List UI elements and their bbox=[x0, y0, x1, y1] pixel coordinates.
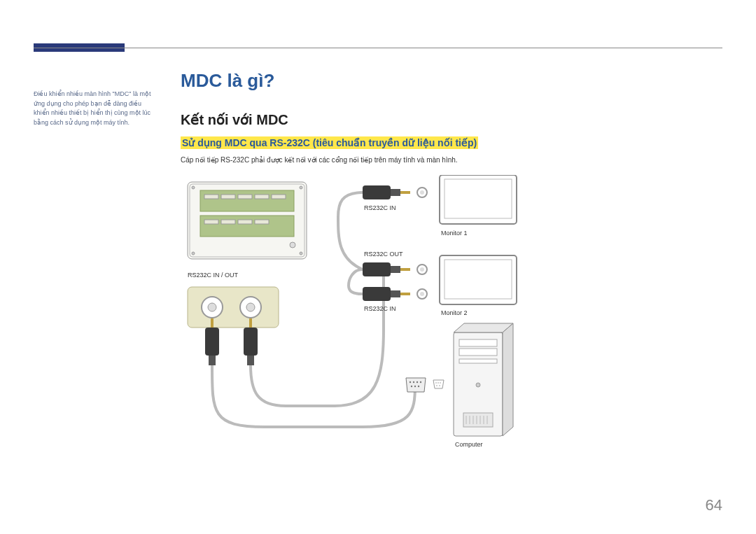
svg-rect-6 bbox=[238, 195, 252, 199]
svg-rect-12 bbox=[255, 220, 269, 224]
svg-rect-8 bbox=[272, 195, 286, 199]
svg-point-57 bbox=[440, 382, 441, 384]
svg-point-16 bbox=[300, 252, 302, 255]
section-heading: Kết nối với MDC bbox=[181, 111, 722, 128]
svg-point-39 bbox=[420, 190, 424, 195]
svg-point-58 bbox=[436, 385, 438, 386]
svg-rect-65 bbox=[459, 359, 497, 363]
svg-rect-23 bbox=[205, 328, 219, 356]
label-rs232c-out: RS232C OUT bbox=[364, 251, 403, 258]
svg-rect-24 bbox=[209, 356, 216, 365]
svg-rect-27 bbox=[247, 356, 254, 365]
label-computer: Computer bbox=[455, 441, 483, 448]
svg-rect-32 bbox=[363, 262, 391, 276]
main-content: MDC là gì? Kết nối với MDC Sử dụng MDC q… bbox=[181, 70, 722, 469]
subsection-heading: Sử dụng MDC qua RS-232C (tiêu chuẩn truy… bbox=[181, 136, 478, 149]
svg-rect-35 bbox=[363, 287, 391, 301]
svg-point-54 bbox=[418, 386, 419, 387]
svg-point-52 bbox=[411, 386, 412, 387]
jack-plug-icon bbox=[363, 287, 410, 301]
svg-point-22 bbox=[246, 303, 255, 311]
svg-rect-7 bbox=[255, 195, 269, 199]
svg-rect-63 bbox=[459, 339, 497, 346]
svg-rect-28 bbox=[249, 318, 252, 328]
svg-rect-64 bbox=[459, 349, 497, 356]
body-paragraph: Cáp nối tiếp RS-232C phải được kết nối v… bbox=[181, 156, 722, 164]
svg-marker-62 bbox=[503, 323, 513, 436]
svg-point-41 bbox=[420, 267, 424, 272]
svg-rect-9 bbox=[204, 220, 218, 224]
svg-point-48 bbox=[410, 381, 411, 383]
diagram-svg bbox=[181, 175, 713, 469]
svg-rect-36 bbox=[391, 290, 400, 297]
svg-point-51 bbox=[420, 381, 421, 383]
serial-connector-icon bbox=[406, 378, 426, 392]
svg-rect-3 bbox=[200, 216, 294, 237]
svg-rect-25 bbox=[211, 318, 214, 328]
svg-point-55 bbox=[435, 382, 437, 384]
page-title: MDC là gì? bbox=[181, 70, 722, 92]
svg-rect-10 bbox=[221, 220, 235, 224]
svg-point-14 bbox=[300, 186, 302, 189]
svg-rect-2 bbox=[200, 190, 294, 211]
svg-rect-67 bbox=[463, 413, 493, 427]
label-monitor-1: Monitor 1 bbox=[441, 230, 468, 237]
svg-rect-37 bbox=[400, 293, 410, 295]
svg-rect-4 bbox=[204, 195, 218, 199]
svg-rect-29 bbox=[363, 185, 391, 199]
svg-rect-45 bbox=[444, 179, 512, 218]
svg-point-15 bbox=[192, 252, 195, 255]
svg-point-43 bbox=[420, 292, 424, 296]
sidebar-note: Điều khiển nhiều màn hình "MDC" là một ứ… bbox=[34, 90, 153, 127]
jack-plug-icon bbox=[363, 185, 410, 199]
svg-rect-33 bbox=[391, 266, 400, 273]
label-monitor-2: Monitor 2 bbox=[441, 309, 468, 316]
svg-point-56 bbox=[438, 382, 439, 384]
svg-rect-47 bbox=[444, 260, 512, 299]
svg-point-17 bbox=[290, 242, 295, 248]
svg-rect-30 bbox=[391, 189, 400, 196]
device-back-panel-icon bbox=[188, 182, 307, 259]
svg-point-20 bbox=[208, 303, 216, 311]
label-rs232c-in-2: RS232C IN bbox=[364, 305, 396, 312]
connection-diagram: RS232C IN / OUT RS232C IN RS232C OUT RS2… bbox=[181, 175, 713, 469]
svg-point-13 bbox=[192, 186, 195, 189]
label-port-pair: RS232C IN / OUT bbox=[188, 272, 238, 279]
svg-point-59 bbox=[439, 385, 440, 386]
monitor-icon bbox=[440, 175, 517, 224]
port-panel-icon bbox=[188, 287, 279, 328]
jack-plug-icon bbox=[363, 262, 410, 276]
computer-tower-icon bbox=[454, 323, 513, 436]
svg-point-50 bbox=[416, 381, 418, 383]
serial-port-icon bbox=[433, 380, 444, 388]
svg-rect-11 bbox=[238, 220, 252, 224]
svg-point-49 bbox=[413, 381, 414, 383]
header-rule bbox=[34, 48, 722, 48]
svg-point-53 bbox=[414, 386, 416, 387]
svg-rect-31 bbox=[400, 191, 410, 194]
svg-rect-5 bbox=[221, 195, 235, 199]
svg-rect-26 bbox=[244, 328, 258, 356]
monitor-icon bbox=[440, 255, 517, 304]
svg-point-66 bbox=[476, 383, 480, 387]
page-number: 64 bbox=[706, 496, 722, 514]
label-rs232c-in-1: RS232C IN bbox=[364, 204, 396, 211]
svg-rect-34 bbox=[400, 268, 410, 271]
